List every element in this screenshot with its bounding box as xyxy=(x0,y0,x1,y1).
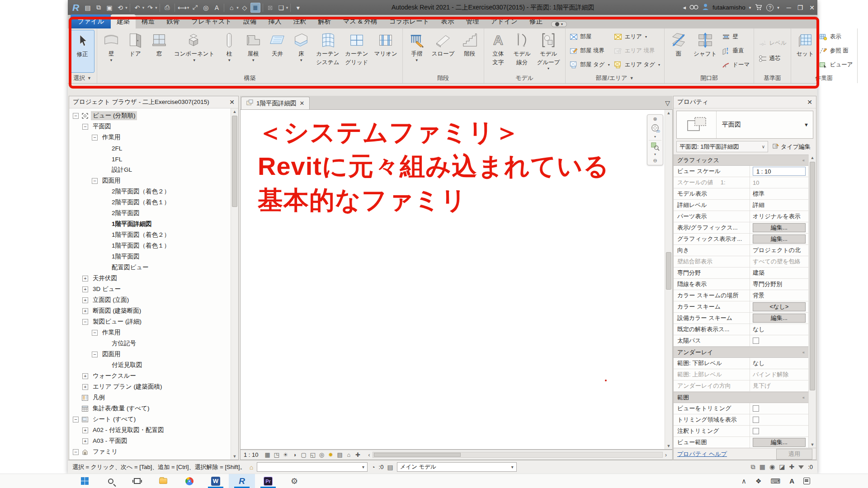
instance-selector[interactable]: 平面図: 1階平面詳細図 ∨ xyxy=(676,141,768,152)
tool-floor[interactable]: 床▼ xyxy=(289,30,313,73)
taskbar-premiere[interactable]: Pr xyxy=(255,474,281,488)
scroll-down-icon[interactable]: ▼ xyxy=(809,442,816,447)
text-icon[interactable]: A xyxy=(212,3,222,13)
view-scale-button[interactable]: 1 : 10 xyxy=(244,451,259,458)
tree-expander-icon[interactable]: + xyxy=(82,384,88,390)
tree-item[interactable]: +断面図 (建築断面) xyxy=(69,305,231,316)
panel-label[interactable]: 作業面 xyxy=(791,73,857,83)
signed-in-user[interactable]: futakamisho xyxy=(712,4,745,11)
navbar-more-icon[interactable]: ⊖ xyxy=(653,158,657,164)
property-input[interactable]: 1 : 10 xyxy=(753,167,806,176)
hide-analytical-icon[interactable]: ⌂ xyxy=(344,451,354,458)
tree-item[interactable]: −平面図 xyxy=(69,121,231,132)
tool-stair[interactable]: 階段 xyxy=(458,30,481,73)
tree-item[interactable]: +3D ビュー xyxy=(69,284,231,295)
ribbon-tab-9[interactable]: マス & 外構 xyxy=(337,14,383,28)
tool-workplane-viewer[interactable]: ビューア xyxy=(819,59,853,70)
temporary-hide-icon[interactable]: ◎ xyxy=(317,451,326,458)
store-cart-icon[interactable] xyxy=(755,3,763,12)
save-icon[interactable]: ▣ xyxy=(104,3,114,13)
property-value-cell[interactable] xyxy=(750,426,808,436)
redo-icon-menu-arrow[interactable]: ▾ xyxy=(155,5,157,10)
type-selector[interactable]: 平面図 ▼ xyxy=(676,111,813,139)
customize-qat-icon[interactable]: ▾ xyxy=(293,3,303,13)
property-checkbox[interactable] xyxy=(753,428,759,434)
property-value-cell[interactable]: 編集... xyxy=(750,437,808,448)
tool-grid-line[interactable]: 通芯 xyxy=(758,53,786,64)
section-icon[interactable]: ◇ xyxy=(240,3,250,13)
property-value-cell[interactable]: <なし> xyxy=(750,301,808,312)
view-canvas[interactable]: ＜システムファミリ＞ Revitに元々組み込まれている 基本的なファミリ ⊗ 2… xyxy=(240,109,673,450)
tree-item[interactable]: −2FL xyxy=(69,143,231,154)
ribbon-tab-2[interactable]: 構造 xyxy=(136,14,160,28)
tree-item[interactable]: −凡例 xyxy=(69,392,231,403)
tool-model-line[interactable]: モデル線分 xyxy=(510,30,534,73)
tree-item[interactable]: +カーテン システム xyxy=(69,457,231,460)
panel-dropdown-arrow-icon[interactable]: ▼ xyxy=(87,76,91,80)
tool-shaft-opening[interactable]: シャフト xyxy=(691,30,719,73)
switch-windows-icon[interactable]: ❏ xyxy=(276,3,286,13)
tree-item[interactable]: −方位記号 xyxy=(69,338,231,349)
sync-icon[interactable]: ⟲ xyxy=(115,3,125,13)
property-value-cell[interactable]: 編集... xyxy=(750,234,808,244)
taskbar-file-explorer[interactable] xyxy=(150,474,176,488)
tree-item[interactable]: −2階平面図（着色１） xyxy=(69,197,231,208)
property-value-cell[interactable]: なし xyxy=(750,358,808,369)
property-row[interactable]: ビュー範囲編集... xyxy=(674,437,808,448)
tree-item[interactable]: −1階平面詳細図 xyxy=(69,219,231,230)
user-icon[interactable] xyxy=(702,3,709,12)
panel-label[interactable]: 開口部 xyxy=(665,73,754,83)
zoom-menu-arrow-icon[interactable]: ▾ xyxy=(654,152,656,156)
redo-icon[interactable]: ↷ xyxy=(145,3,155,13)
view-tab-close-icon[interactable]: ✕ xyxy=(300,100,305,107)
selection-filter-icon[interactable] xyxy=(798,465,804,469)
tree-expander-icon[interactable]: + xyxy=(82,427,88,433)
tree-item[interactable]: −シート (すべて) xyxy=(69,414,231,425)
property-row[interactable]: 注釈トリミング xyxy=(674,426,808,437)
property-row[interactable]: 範囲: 上部レベルバインド解除 xyxy=(674,369,808,380)
property-value-cell[interactable]: なし xyxy=(750,324,808,335)
tree-item[interactable]: +ウォークスルー xyxy=(69,371,231,381)
open-icon[interactable]: ⧉ xyxy=(94,3,104,13)
property-value-cell[interactable]: プロジェクトの北 xyxy=(750,245,808,256)
tree-expander-icon[interactable]: − xyxy=(73,113,79,119)
collapse-icon[interactable]: ◂ xyxy=(683,4,686,11)
file-tab-icon[interactable]: ▤ xyxy=(83,3,93,13)
tree-item[interactable]: +立面図 (立面) xyxy=(69,295,231,305)
tree-expander-icon[interactable]: − xyxy=(92,330,98,336)
tray-dropbox-icon[interactable]: ❖ xyxy=(755,477,761,485)
tool-dormer-opening[interactable]: ドーマ xyxy=(722,59,750,70)
tree-expander-icon[interactable]: − xyxy=(92,352,98,357)
tool-area-tag[interactable]: エリア タグ▾ xyxy=(614,59,660,70)
tree-item[interactable]: −付近見取図 xyxy=(69,360,231,371)
tool-workplane-show[interactable]: 表示 xyxy=(819,31,853,42)
view-tab-list-icon[interactable]: ▽ xyxy=(665,99,670,107)
property-row[interactable]: グラフィックス表示オ...編集... xyxy=(674,234,808,245)
property-value-cell[interactable]: バインド解除 xyxy=(750,369,808,380)
taskbar-revit[interactable]: R xyxy=(229,474,255,488)
property-value-cell[interactable]: 標準 xyxy=(750,188,808,199)
navigation-bar[interactable]: ⊗ 2D ▾ ▾ ⊖ xyxy=(647,114,663,165)
worksets-icon[interactable]: ⌂ xyxy=(250,464,253,471)
tool-workplane-set[interactable]: セット xyxy=(793,30,817,73)
tree-item[interactable]: −1階平面図 xyxy=(69,251,231,262)
sun-path-icon[interactable]: ☀ xyxy=(281,451,290,458)
dropdown-arrow-icon[interactable]: ▼ xyxy=(227,58,231,62)
tree-expander-icon[interactable]: + xyxy=(82,276,88,282)
active-workset-select[interactable]: ▾ xyxy=(257,462,368,472)
property-row[interactable]: 壁結合部表示すべての壁を包絡 xyxy=(674,256,808,267)
drag-on-selection-icon[interactable]: ✚ xyxy=(789,463,794,471)
tool-modify[interactable]: 修正 xyxy=(70,30,94,73)
project-browser-close-icon[interactable]: ✕ xyxy=(229,99,235,106)
tree-item[interactable]: −作業用 xyxy=(69,132,231,143)
property-row[interactable]: モデル表示標準 xyxy=(674,188,808,200)
section-collapse-icon[interactable]: « xyxy=(802,158,805,163)
tool-column[interactable]: 柱▼ xyxy=(217,30,241,73)
dropdown-arrow-icon[interactable]: ▼ xyxy=(299,58,303,62)
properties-scrollbar[interactable]: ▲ ▼ xyxy=(808,155,816,448)
tree-expander-icon[interactable]: − xyxy=(82,319,88,325)
property-row[interactable]: ビュー スケール1 : 10 xyxy=(674,166,808,177)
property-row[interactable]: パーツ表示オリジナルを表示 xyxy=(674,211,808,222)
select-pinned-icon[interactable]: ◉ xyxy=(769,463,775,471)
tool-room-tag[interactable]: 部屋 タグ▾ xyxy=(570,59,610,70)
